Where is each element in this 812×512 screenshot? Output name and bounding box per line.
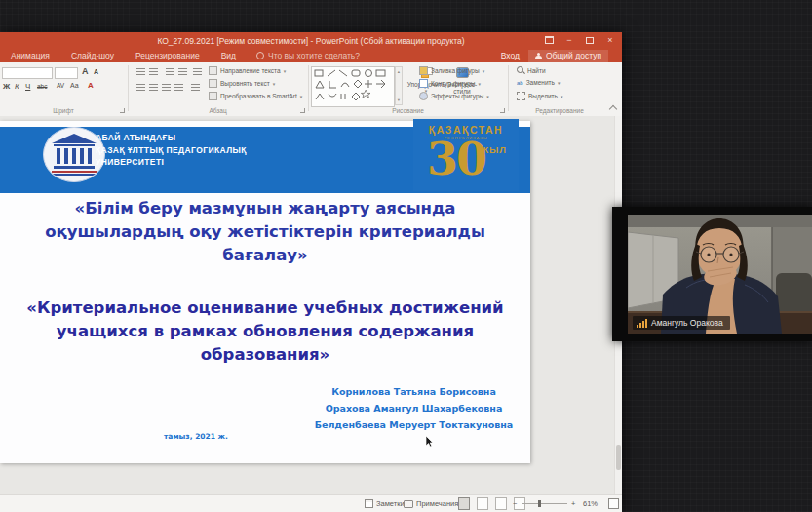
slide-canvas[interactable]: АБАЙ АТЫНДАҒЫ ҚАЗАҚ ҰЛТТЫҚ ПЕДАГОГИКАЛЫҚ… bbox=[0, 121, 530, 463]
window-title: КО_27.09.2021 [Режим совместимости] - Po… bbox=[157, 36, 464, 46]
smartart-button[interactable]: Преобразовать в SmartArt ▾ bbox=[209, 92, 302, 100]
ribbon-group-paragraph: Направление текста ▾ Выровнять текст ▾ П… bbox=[129, 62, 307, 116]
meeting-screen-share: КО_27.09.2021 [Режим совместимости] - Po… bbox=[0, 0, 812, 512]
sign-in-link[interactable]: Вход bbox=[501, 51, 520, 60]
indent-increase-icon[interactable] bbox=[178, 68, 187, 76]
author-line: Белденбаева Меруерт Токтакуновна bbox=[314, 416, 514, 433]
font-color-button[interactable]: А bbox=[88, 81, 94, 90]
tab-review[interactable]: Рецензирование bbox=[125, 51, 211, 60]
fit-to-window-button[interactable] bbox=[608, 495, 619, 512]
slide-title-kazakh[interactable]: «Білім беру мазмұнын жаңарту аясында оқу… bbox=[12, 197, 519, 267]
justify-icon[interactable] bbox=[174, 84, 183, 92]
scroll-down-icon[interactable]: ▾ bbox=[398, 98, 400, 102]
dropdown-arrow-icon: ▾ bbox=[300, 94, 303, 99]
dropdown-arrow-icon: ▾ bbox=[273, 81, 276, 87]
shape-effects-button[interactable]: Эффекты фигуры ▾ bbox=[419, 92, 489, 100]
shape-outline-label: Контур фигуры bbox=[431, 80, 475, 87]
normal-view-icon[interactable] bbox=[458, 497, 470, 510]
replace-button[interactable]: ab Заменить ▾ bbox=[517, 79, 560, 86]
university-name-line2: ҚАЗАҚ ҰЛТТЫҚ ПЕДАГОГИКАЛЫҚ bbox=[96, 144, 247, 157]
font-dialog-launcher[interactable] bbox=[120, 108, 125, 113]
select-icon bbox=[517, 92, 525, 100]
zoom-in-button[interactable]: + bbox=[571, 495, 575, 512]
shrink-font-button[interactable]: А bbox=[94, 68, 98, 75]
reading-view-icon[interactable] bbox=[495, 497, 507, 510]
font-group-label: Шрифт bbox=[0, 107, 127, 114]
tab-slideshow[interactable]: Слайд-шоу bbox=[60, 51, 125, 60]
ribbon-display-options-icon[interactable] bbox=[543, 34, 555, 46]
zoom-thumb[interactable] bbox=[538, 500, 541, 507]
replace-icon: ab bbox=[517, 80, 523, 86]
shapes-scrollbar[interactable]: ▴ ▾ bbox=[395, 66, 403, 105]
participant-name: Амангуль Оракова bbox=[651, 318, 723, 328]
shapes-gallery[interactable] bbox=[311, 66, 395, 107]
align-text-label: Выровнять текст bbox=[220, 80, 270, 87]
share-label: Общий доступ bbox=[546, 51, 601, 60]
shape-outline-icon bbox=[419, 79, 428, 88]
ribbon-shape-format-column: Заливка фигуры ▾ Контур фигуры ▾ Эффекты… bbox=[419, 62, 507, 116]
close-icon[interactable]: × bbox=[604, 34, 616, 46]
title-ru-line2: учащихся в рамках обновления содержания bbox=[12, 320, 519, 343]
shape-outline-button[interactable]: Контур фигуры ▾ bbox=[419, 79, 481, 88]
share-button[interactable]: Общий доступ bbox=[528, 50, 608, 62]
title-kk-line3: бағалау» bbox=[12, 244, 519, 267]
dropdown-arrow-icon: ▾ bbox=[561, 94, 563, 99]
participant-video-tile[interactable]: Амангуль Оракова bbox=[612, 207, 812, 341]
bold-button[interactable]: Ж bbox=[3, 82, 10, 91]
collapse-ribbon-icon[interactable] bbox=[609, 105, 617, 113]
notes-toggle[interactable]: Заметки bbox=[365, 495, 405, 512]
text-direction-button[interactable]: Направление текста ▾ bbox=[209, 66, 286, 75]
font-size-combobox[interactable] bbox=[55, 67, 78, 79]
window-titlebar[interactable]: КО_27.09.2021 [Режим совместимости] - Po… bbox=[0, 32, 622, 49]
ribbon-group-editing: Найти ab Заменить ▾ Выделить ▾ Редактиро… bbox=[509, 62, 610, 116]
zoom-out-button[interactable]: − bbox=[513, 495, 517, 512]
italic-button[interactable]: К bbox=[15, 82, 19, 91]
tab-view[interactable]: Вид bbox=[211, 51, 247, 60]
paragraph-dialog-launcher[interactable] bbox=[300, 108, 305, 113]
fit-to-window-icon bbox=[608, 498, 619, 509]
tab-animation[interactable]: Анимация bbox=[0, 51, 60, 60]
scroll-up-icon[interactable]: ▴ bbox=[398, 69, 400, 74]
numbering-icon[interactable] bbox=[149, 68, 158, 76]
align-text-button[interactable]: Выровнять текст ▾ bbox=[209, 79, 275, 88]
find-button[interactable]: Найти bbox=[517, 66, 546, 74]
slide-authors[interactable]: Корнилова Татьяна Борисовна Орахова Аман… bbox=[314, 383, 514, 433]
columns-icon[interactable] bbox=[191, 84, 200, 92]
change-case-button[interactable]: Аа bbox=[70, 82, 79, 89]
dropdown-arrow-icon: ▾ bbox=[558, 80, 561, 86]
indent-decrease-icon[interactable] bbox=[166, 68, 174, 76]
slide-date[interactable]: тамыз, 2021 ж. bbox=[164, 432, 228, 441]
minimize-icon[interactable]: − bbox=[563, 34, 575, 46]
find-label: Найти bbox=[527, 67, 546, 74]
line-spacing-icon[interactable] bbox=[193, 68, 202, 76]
align-right-icon[interactable] bbox=[162, 84, 171, 92]
restore-icon[interactable] bbox=[584, 34, 596, 46]
select-button[interactable]: Выделить ▾ bbox=[517, 92, 563, 100]
align-center-icon[interactable] bbox=[149, 84, 158, 92]
character-spacing-button[interactable]: AV bbox=[57, 82, 64, 89]
kazakhstan-30-years-logo: ҚАЗАҚСТАН РЕСПУБЛИКАСЫ 30 ЖЫЛ bbox=[413, 119, 519, 191]
logo-30-number: 30 bbox=[427, 133, 485, 185]
comments-toggle[interactable]: Примечания bbox=[404, 495, 458, 512]
window-controls: − × bbox=[543, 34, 616, 46]
zoom-level[interactable]: 61% bbox=[583, 495, 598, 512]
strikethrough-button[interactable]: abc bbox=[37, 83, 47, 90]
shape-fill-icon bbox=[419, 66, 428, 75]
align-left-icon[interactable] bbox=[136, 84, 145, 92]
slide-sorter-view-icon[interactable] bbox=[477, 497, 488, 510]
grow-font-button[interactable]: А bbox=[82, 66, 89, 76]
university-name-line3: УНИВЕРСИТЕТІ bbox=[96, 156, 247, 169]
bullets-icon[interactable] bbox=[136, 68, 145, 76]
font-name-combobox[interactable] bbox=[2, 67, 53, 79]
zoom-slider[interactable] bbox=[522, 495, 567, 512]
zoom-track[interactable] bbox=[522, 503, 567, 504]
account-area: Вход Общий доступ bbox=[501, 49, 608, 62]
align-text-icon bbox=[209, 79, 217, 88]
underline-button[interactable]: Ч bbox=[25, 82, 30, 91]
slide-title-russian[interactable]: «Критериальное оценивание учебных достиж… bbox=[12, 296, 519, 367]
scrollbar-thumb[interactable] bbox=[616, 445, 621, 470]
shape-fill-label: Заливка фигуры bbox=[431, 67, 480, 74]
tell-me-box[interactable]: Что вы хотите сделать? bbox=[247, 51, 360, 60]
replace-label: Заменить bbox=[526, 79, 555, 86]
shape-fill-button[interactable]: Заливка фигуры ▾ bbox=[419, 66, 484, 75]
